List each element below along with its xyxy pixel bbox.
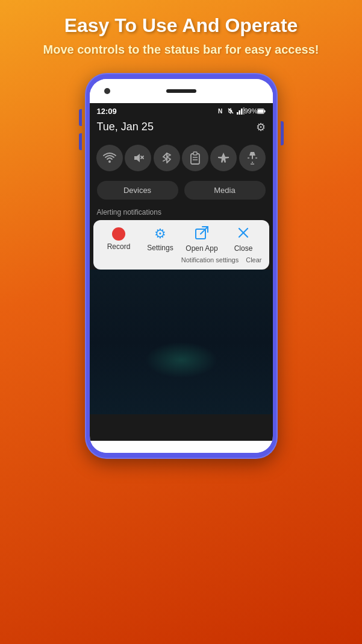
notification-settings-link[interactable]: Notification settings bbox=[181, 256, 239, 264]
close-action[interactable]: Close bbox=[225, 226, 261, 253]
power-button bbox=[281, 121, 284, 145]
screen-bottom-area bbox=[90, 270, 273, 414]
phone-bottom-bar bbox=[90, 441, 273, 453]
battery-status-icon bbox=[257, 107, 266, 115]
android-screen: 12:09 N 99% bbox=[90, 103, 273, 441]
phone-top-bar bbox=[90, 79, 273, 103]
svg-rect-7 bbox=[264, 110, 265, 113]
open-app-icon bbox=[195, 226, 208, 242]
status-icons: N 99% bbox=[216, 107, 266, 115]
main-title: Easy To Use And Operate bbox=[12, 14, 350, 37]
airplane-toggle[interactable] bbox=[210, 145, 237, 171]
alerting-label: Alerting notifications bbox=[90, 206, 273, 220]
svg-rect-6 bbox=[257, 109, 263, 113]
mute-toggle[interactable] bbox=[125, 145, 151, 171]
close-label: Close bbox=[234, 244, 253, 253]
phone-outer-shell: 12:09 N 99% bbox=[85, 73, 278, 459]
wifi-toggle[interactable] bbox=[96, 145, 123, 171]
open-app-label: Open App bbox=[186, 244, 217, 253]
svg-rect-12 bbox=[193, 152, 197, 155]
devices-media-row: Devices Media bbox=[90, 178, 273, 206]
mute-status-icon bbox=[226, 107, 235, 115]
camera-icon bbox=[104, 88, 110, 94]
signal-status-icon bbox=[237, 107, 245, 115]
svg-rect-1 bbox=[237, 112, 239, 115]
notification-card: Record ⚙ Settings Open App bbox=[93, 220, 269, 270]
date-display: Tue, Jan 25 bbox=[97, 121, 154, 133]
speaker-bar bbox=[166, 89, 196, 93]
sub-title: Move controls to the status bar for easy… bbox=[12, 42, 350, 57]
battery-status-text: 99% bbox=[247, 107, 255, 115]
volume-up-button bbox=[79, 109, 82, 126]
open-app-action[interactable]: Open App bbox=[184, 226, 220, 253]
header-section: Easy To Use And Operate Move controls to… bbox=[0, 0, 362, 67]
record-icon bbox=[112, 227, 125, 241]
volume-down-button bbox=[79, 133, 82, 150]
svg-point-8 bbox=[108, 160, 111, 163]
svg-line-20 bbox=[201, 227, 208, 234]
nfc-status-icon: N bbox=[216, 107, 225, 115]
screen-glow bbox=[145, 342, 217, 378]
record-label: Record bbox=[107, 242, 131, 251]
svg-rect-3 bbox=[241, 109, 243, 115]
settings-icon: ⚙ bbox=[154, 226, 166, 242]
phone-screen: 12:09 N 99% bbox=[90, 79, 273, 453]
quick-toggles-row bbox=[90, 140, 273, 178]
devices-button[interactable]: Devices bbox=[97, 181, 178, 200]
svg-point-15 bbox=[251, 159, 254, 162]
close-icon bbox=[237, 226, 250, 242]
date-row: Tue, Jan 25 ⚙ bbox=[90, 118, 273, 140]
clipboard-toggle[interactable] bbox=[182, 145, 208, 171]
status-bar: 12:09 N 99% bbox=[90, 103, 273, 118]
status-time: 12:09 bbox=[97, 107, 117, 116]
record-action[interactable]: Record bbox=[101, 227, 137, 251]
phone-mockup: 12:09 N 99% bbox=[85, 73, 278, 459]
svg-rect-2 bbox=[239, 110, 240, 115]
notification-actions: Record ⚙ Settings Open App bbox=[98, 226, 264, 253]
date-settings-icon[interactable]: ⚙ bbox=[256, 121, 266, 134]
notification-bottom-row: Notification settings Clear bbox=[98, 253, 264, 264]
settings-label: Settings bbox=[147, 244, 173, 252]
flashlight-toggle[interactable] bbox=[239, 145, 266, 171]
media-button[interactable]: Media bbox=[184, 181, 266, 200]
bluetooth-toggle[interactable] bbox=[154, 145, 180, 171]
settings-action[interactable]: ⚙ Settings bbox=[142, 226, 178, 252]
notification-clear-link[interactable]: Clear bbox=[246, 256, 261, 264]
